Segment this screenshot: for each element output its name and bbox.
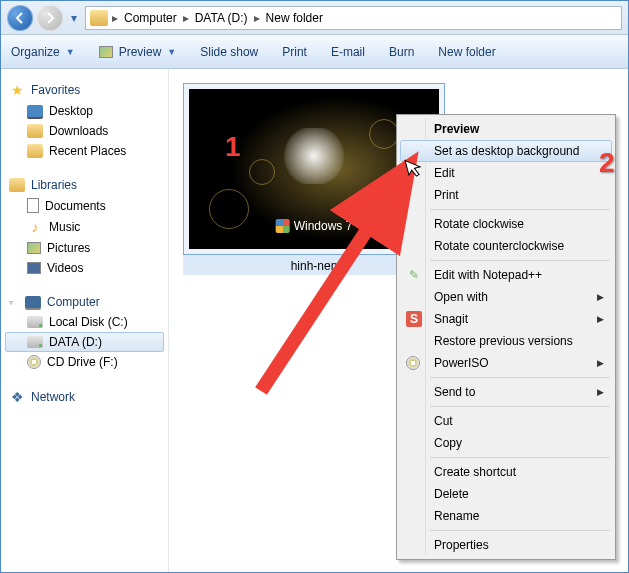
- snagit-icon: S: [406, 311, 422, 327]
- newfolder-label: New folder: [438, 45, 495, 59]
- organize-label: Organize: [11, 45, 60, 59]
- nav-history-dropdown[interactable]: ▾: [67, 8, 81, 28]
- sidebar-item-label: DATA (D:): [49, 335, 102, 349]
- network-section[interactable]: ❖Network: [5, 386, 164, 408]
- libraries-section[interactable]: Libraries: [5, 175, 164, 195]
- ctx-edit[interactable]: Edit: [400, 162, 612, 184]
- address-bar[interactable]: ▸ Computer ▸ DATA (D:) ▸ New folder: [85, 6, 622, 30]
- breadcrumb-data[interactable]: DATA (D:): [191, 11, 252, 25]
- windows-flag-icon: [276, 219, 290, 233]
- nav-forward-button[interactable]: [37, 5, 63, 31]
- toolbar: Organize▼ Preview▼ Slide show Print E-ma…: [1, 35, 628, 69]
- documents-icon: [27, 198, 39, 213]
- print-button[interactable]: Print: [282, 45, 307, 59]
- sidebar-item-label: Recent Places: [49, 144, 126, 158]
- ctx-label: Properties: [434, 538, 489, 552]
- sidebar-item-label: CD Drive (F:): [47, 355, 118, 369]
- sidebar-item-recent[interactable]: Recent Places: [5, 141, 164, 161]
- ctx-label: Rotate counterclockwise: [434, 239, 564, 253]
- ctx-create-shortcut[interactable]: Create shortcut: [400, 461, 612, 483]
- ctx-label: PowerISO: [434, 356, 489, 370]
- notepadpp-icon: ✎: [406, 267, 422, 283]
- sidebar-item-desktop[interactable]: Desktop: [5, 101, 164, 121]
- sidebar-item-pictures[interactable]: Pictures: [5, 238, 164, 258]
- sidebar-item-label: Desktop: [49, 104, 93, 118]
- disc-icon: [27, 355, 41, 369]
- ctx-label: Snagit: [434, 312, 468, 326]
- breadcrumb-computer[interactable]: Computer: [120, 11, 181, 25]
- sidebar-item-label: Pictures: [47, 241, 90, 255]
- sidebar-item-label: Documents: [45, 199, 106, 213]
- navigation-pane: ★Favorites Desktop Downloads Recent Plac…: [1, 69, 169, 572]
- chevron-right-icon[interactable]: ▸: [112, 11, 118, 25]
- ctx-delete[interactable]: Delete: [400, 483, 612, 505]
- ctx-send-to[interactable]: Send to▶: [400, 381, 612, 403]
- ctx-rename[interactable]: Rename: [400, 505, 612, 527]
- preview-label: Preview: [119, 45, 162, 59]
- ctx-open-with[interactable]: Open with▶: [400, 286, 612, 308]
- ctx-preview[interactable]: Preview: [400, 118, 612, 140]
- nav-back-button[interactable]: [7, 5, 33, 31]
- slideshow-button[interactable]: Slide show: [200, 45, 258, 59]
- ctx-rotate-ccw[interactable]: Rotate counterclockwise: [400, 235, 612, 257]
- ctx-properties[interactable]: Properties: [400, 534, 612, 556]
- libraries-icon: [9, 178, 25, 192]
- recent-icon: [27, 144, 43, 158]
- separator: [430, 530, 610, 531]
- libraries-label: Libraries: [31, 178, 77, 192]
- newfolder-button[interactable]: New folder: [438, 45, 495, 59]
- breadcrumb-newfolder[interactable]: New folder: [262, 11, 327, 25]
- context-menu: Preview Set as desktop background Edit P…: [396, 114, 616, 560]
- ctx-restore-versions[interactable]: Restore previous versions: [400, 330, 612, 352]
- desktop-icon: [27, 105, 43, 117]
- caret-down-icon: ▼: [167, 47, 176, 57]
- thumbnail-caption: Windows 7: [294, 219, 353, 233]
- sidebar-item-disk-d[interactable]: DATA (D:): [5, 332, 164, 352]
- sidebar-item-disk-c[interactable]: Local Disk (C:): [5, 312, 164, 332]
- ctx-copy[interactable]: Copy: [400, 432, 612, 454]
- sidebar-item-videos[interactable]: Videos: [5, 258, 164, 278]
- sidebar-item-cd-drive[interactable]: CD Drive (F:): [5, 352, 164, 372]
- ctx-set-desktop-background[interactable]: Set as desktop background: [400, 140, 612, 162]
- ctx-snagit[interactable]: SSnagit▶: [400, 308, 612, 330]
- ctx-notepadpp[interactable]: ✎Edit with Notepad++: [400, 264, 612, 286]
- preview-button[interactable]: Preview▼: [99, 45, 177, 59]
- ctx-print[interactable]: Print: [400, 184, 612, 206]
- ctx-rotate-cw[interactable]: Rotate clockwise: [400, 213, 612, 235]
- ctx-label: Cut: [434, 414, 453, 428]
- ctx-cut[interactable]: Cut: [400, 410, 612, 432]
- chevron-right-icon[interactable]: ▸: [183, 11, 189, 25]
- separator: [430, 260, 610, 261]
- ctx-label: Edit: [434, 166, 455, 180]
- network-icon: ❖: [9, 389, 25, 405]
- sidebar-item-documents[interactable]: Documents: [5, 195, 164, 216]
- email-label: E-mail: [331, 45, 365, 59]
- computer-section[interactable]: ▿Computer: [5, 292, 164, 312]
- preview-icon: [99, 46, 113, 58]
- submenu-arrow-icon: ▶: [597, 387, 604, 397]
- separator: [430, 377, 610, 378]
- separator: [430, 406, 610, 407]
- folder-icon: [90, 10, 108, 26]
- ctx-poweriso[interactable]: PowerISO▶: [400, 352, 612, 374]
- sidebar-item-downloads[interactable]: Downloads: [5, 121, 164, 141]
- email-button[interactable]: E-mail: [331, 45, 365, 59]
- burn-label: Burn: [389, 45, 414, 59]
- favorites-section[interactable]: ★Favorites: [5, 79, 164, 101]
- computer-label: Computer: [47, 295, 100, 309]
- chevron-right-icon[interactable]: ▸: [254, 11, 260, 25]
- ctx-label: Edit with Notepad++: [434, 268, 542, 282]
- sidebar-item-music[interactable]: ♪Music: [5, 216, 164, 238]
- poweriso-icon: [406, 356, 420, 370]
- ctx-label: Create shortcut: [434, 465, 516, 479]
- drive-icon: [27, 336, 43, 348]
- computer-icon: [25, 296, 41, 308]
- ctx-label: Delete: [434, 487, 469, 501]
- favorites-label: Favorites: [31, 83, 80, 97]
- submenu-arrow-icon: ▶: [597, 292, 604, 302]
- print-label: Print: [282, 45, 307, 59]
- burn-button[interactable]: Burn: [389, 45, 414, 59]
- music-icon: ♪: [27, 219, 43, 235]
- ctx-label: Send to: [434, 385, 475, 399]
- organize-button[interactable]: Organize▼: [11, 45, 75, 59]
